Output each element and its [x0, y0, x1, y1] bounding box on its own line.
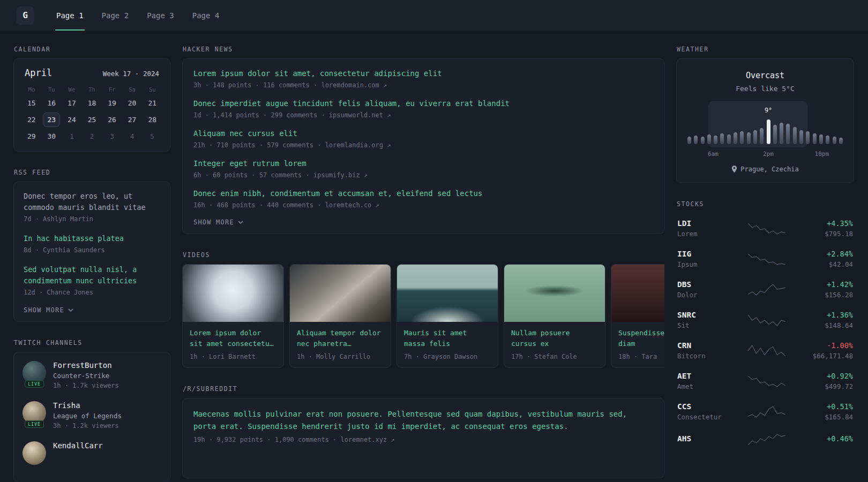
- stock-symbol: CRN: [677, 341, 729, 350]
- subreddit-post-stats: 19h · 9,932 points · 1,090 comments ·: [193, 436, 341, 443]
- hn-story-title[interactable]: Donec enim nibh, condimentum et accumsan…: [193, 189, 653, 199]
- stock-row[interactable]: IIG Ipsum +2.84% $42.04: [676, 244, 854, 274]
- hn-story-domain-link[interactable]: loremlandia.org ↗: [325, 141, 391, 149]
- weather-feels-like: Feels like 5°C: [686, 85, 844, 93]
- rss-card: Donec tempor eros leo, ut commodo mauris…: [13, 182, 170, 322]
- stock-row[interactable]: AET Amet +0.92% $499.72: [676, 366, 854, 396]
- stock-spark-wrap: [729, 433, 805, 447]
- video-card[interactable]: Aliquam tempor dolor nec pharetra… 1h · …: [289, 264, 391, 368]
- stock-symbol: DBS: [677, 280, 729, 289]
- stock-row[interactable]: CCS Consectetur +0.51% $165.84: [676, 396, 854, 427]
- video-body: Nullam posuere cursus ex 17h · Stefan Co…: [504, 322, 605, 367]
- subreddit-widget-title: /R/SUBREDDIT: [183, 385, 664, 393]
- app-logo[interactable]: G: [16, 6, 34, 25]
- video-thumbnail: [183, 265, 283, 322]
- stock-name: Bitcorn: [677, 352, 729, 360]
- hn-story: Integer eget rutrum lorem 6h · 60 points…: [193, 159, 653, 179]
- stock-row[interactable]: AHS +0.46%: [676, 427, 854, 453]
- stock-row[interactable]: SNRC Sit +1.36% $148.64: [676, 305, 854, 335]
- stock-row[interactable]: DBS Dolor +1.42% $156.28: [676, 274, 854, 305]
- calendar-day: 26: [103, 112, 121, 127]
- calendar-dates-grid: 15 16 17 18 19 20 21 22 23 24 25 26 27 2…: [21, 95, 162, 145]
- hn-story-title[interactable]: Donec imperdiet augue tincidunt felis al…: [193, 99, 653, 109]
- subreddit-post-meta: 19h · 9,932 points · 1,090 comments · lo…: [193, 436, 653, 443]
- calendar-day: 22: [23, 112, 40, 127]
- hour-bar: [793, 127, 797, 144]
- hn-story-domain-link[interactable]: ipsumify.biz ↗: [313, 171, 368, 179]
- stock-symbol: AET: [677, 372, 729, 380]
- channel-info: KendallCarr: [53, 441, 103, 452]
- hour-bar: [806, 131, 810, 144]
- twitch-channel-row[interactable]: LIVE Trisha League of Legends 3h · 1.2k …: [23, 401, 161, 430]
- right-column: WEATHER Overcast Feels like 5°C 9° 6am2p…: [676, 46, 854, 470]
- hacker-news-card: Lorem ipsum dolor sit amet, consectetur …: [182, 58, 664, 234]
- hn-story-title[interactable]: Aliquam nec cursus elit: [193, 129, 653, 139]
- hour-bar: [819, 134, 823, 144]
- stock-sparkline: [747, 222, 786, 236]
- stock-sparkline: [747, 252, 786, 266]
- stock-row[interactable]: LDI Lorem +4.35% $795.18: [676, 213, 854, 244]
- rss-item-title[interactable]: In hac habitasse platea: [24, 233, 160, 244]
- twitch-channel-row[interactable]: LIVE ForrestBurton Counter-Strike 1h · 1…: [23, 361, 161, 389]
- calendar-day-other-month: 3: [103, 129, 121, 144]
- hour-bar: [780, 123, 783, 144]
- channel-name: Trisha: [53, 401, 122, 410]
- page-tabs: Page 1 Page 2 Page 3 Page 4: [47, 0, 228, 31]
- rss-item: In hac habitasse platea 8d · Cynthia Sau…: [24, 233, 160, 254]
- video-card[interactable]: Nullam posuere cursus ex 17h · Stefan Co…: [504, 264, 605, 368]
- tab-page-1[interactable]: Page 1: [47, 0, 93, 31]
- video-title: Mauris sit amet massa felis: [404, 328, 491, 349]
- rss-show-more-button[interactable]: SHOW MORE: [24, 306, 160, 314]
- stock-spark-wrap: [729, 405, 805, 419]
- calendar-day: 18: [83, 96, 100, 110]
- stock-row[interactable]: CRN Bitcorn -1.00% $66,171.48: [676, 335, 854, 366]
- video-card[interactable]: Mauris sit amet massa felis 7h · Grayson…: [396, 264, 498, 368]
- sparkline-path: [748, 315, 785, 326]
- hn-story-meta: 16h · 468 points · 440 comments · loremt…: [193, 201, 653, 209]
- stock-sparkline: [747, 313, 786, 327]
- video-card[interactable]: Lorem ipsum dolor sit amet consectetu… 1…: [182, 264, 284, 368]
- videos-widget: VIDEOS Lorem ipsum dolor sit amet consec…: [182, 251, 664, 368]
- hn-story-title[interactable]: Integer eget rutrum lorem: [193, 159, 653, 169]
- weather-condition: Overcast: [686, 71, 844, 80]
- time-label: 6am: [708, 150, 719, 157]
- stock-sparkline: [747, 433, 786, 447]
- rss-item-title[interactable]: Donec tempor eros leo, ut commodo mauris…: [24, 191, 160, 213]
- hourly-temperature-chart: 9°: [686, 101, 844, 147]
- weekday-label: We: [62, 86, 82, 93]
- hn-story-domain-link[interactable]: ipsumworld.net ↗: [329, 111, 391, 119]
- rss-item-title[interactable]: Sed volutpat nulla nisl, a condimentum n…: [24, 264, 160, 287]
- calendar-day-other-month: 4: [124, 129, 141, 144]
- hn-story-meta: 6h · 60 points · 57 comments · ipsumify.…: [193, 171, 653, 179]
- subreddit-widget: /R/SUBREDDIT Maecenas mollis pulvinar er…: [182, 385, 664, 478]
- weekday-label: Su: [142, 86, 162, 93]
- channel-game: Counter-Strike: [53, 372, 119, 380]
- hour-bar: [734, 132, 737, 144]
- stock-price: $795.18: [805, 230, 853, 238]
- stock-price: $156.28: [805, 291, 853, 299]
- location-pin-icon: [731, 165, 737, 173]
- video-card[interactable]: Suspendisse diam 18h · Tara: [611, 264, 664, 368]
- hour-bar: [773, 125, 777, 144]
- tab-page-4[interactable]: Page 4: [183, 0, 229, 31]
- hn-story-title[interactable]: Lorem ipsum dolor sit amet, consectetur …: [193, 69, 653, 79]
- weekday-label: Sa: [122, 86, 143, 93]
- tab-page-2[interactable]: Page 2: [93, 0, 138, 31]
- weather-location: Prague, Czechia: [740, 165, 798, 173]
- hour-bar: [720, 133, 724, 144]
- stock-change: +0.51%: [805, 402, 853, 411]
- stock-name: Ipsum: [677, 260, 729, 268]
- tab-page-3[interactable]: Page 3: [138, 0, 183, 31]
- stock-id: CRN Bitcorn: [677, 341, 729, 360]
- subreddit-post-title[interactable]: Maecenas mollis pulvinar erat non posuer…: [193, 408, 653, 433]
- hn-story-domain-link[interactable]: loremdomain.com ↗: [321, 81, 387, 89]
- stock-symbol: IIG: [677, 250, 729, 258]
- show-more-label: SHOW MORE: [193, 219, 234, 226]
- hn-show-more-button[interactable]: SHOW MORE: [193, 219, 653, 226]
- hn-story: Lorem ipsum dolor sit amet, consectetur …: [193, 69, 653, 89]
- hn-story-domain-link[interactable]: loremtech.co ↗: [325, 201, 379, 209]
- videos-widget-title: VIDEOS: [183, 251, 664, 259]
- twitch-channel-row[interactable]: KendallCarr: [23, 441, 161, 465]
- subreddit-post-domain-link[interactable]: loremnet.xyz ↗: [341, 436, 395, 443]
- live-badge: LIVE: [25, 420, 44, 428]
